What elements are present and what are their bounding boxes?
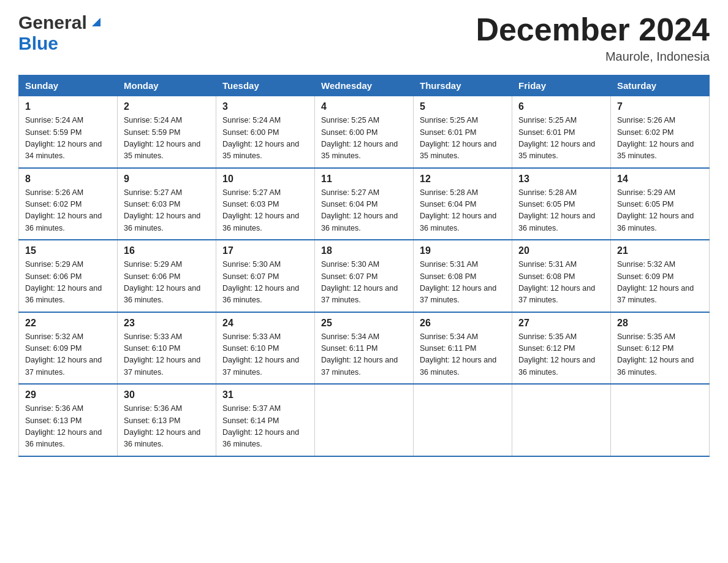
calendar-day-cell: 23Sunrise: 5:33 AMSunset: 6:10 PMDayligh… xyxy=(118,312,216,385)
day-info: Sunrise: 5:35 AMSunset: 6:12 PMDaylight:… xyxy=(617,331,703,379)
day-info: Sunrise: 5:30 AMSunset: 6:07 PMDaylight:… xyxy=(222,259,308,307)
month-title: December 2024 xyxy=(476,12,710,47)
svg-marker-0 xyxy=(92,18,100,26)
calendar-day-cell: 21Sunrise: 5:32 AMSunset: 6:09 PMDayligh… xyxy=(611,240,710,312)
day-number: 22 xyxy=(25,318,111,329)
calendar-day-cell: 16Sunrise: 5:29 AMSunset: 6:06 PMDayligh… xyxy=(118,240,216,312)
day-info: Sunrise: 5:25 AMSunset: 6:01 PMDaylight:… xyxy=(420,115,506,163)
calendar-week-row: 29Sunrise: 5:36 AMSunset: 6:13 PMDayligh… xyxy=(19,384,710,456)
calendar-day-cell xyxy=(414,384,512,456)
day-number: 26 xyxy=(420,318,506,329)
day-info: Sunrise: 5:27 AMSunset: 6:03 PMDaylight:… xyxy=(124,187,210,235)
logo-blue-text: Blue xyxy=(18,33,58,53)
calendar-day-cell: 2Sunrise: 5:24 AMSunset: 5:59 PMDaylight… xyxy=(118,96,216,168)
calendar-day-cell: 24Sunrise: 5:33 AMSunset: 6:10 PMDayligh… xyxy=(216,312,315,385)
calendar-day-cell: 30Sunrise: 5:36 AMSunset: 6:13 PMDayligh… xyxy=(118,384,216,456)
col-saturday: Saturday xyxy=(611,75,710,96)
calendar-table: Sunday Monday Tuesday Wednesday Thursday… xyxy=(18,75,710,457)
day-number: 23 xyxy=(124,318,210,329)
day-number: 4 xyxy=(321,101,407,112)
calendar-day-cell: 5Sunrise: 5:25 AMSunset: 6:01 PMDaylight… xyxy=(414,96,512,168)
day-number: 12 xyxy=(420,174,506,185)
calendar-day-cell: 1Sunrise: 5:24 AMSunset: 5:59 PMDaylight… xyxy=(19,96,118,168)
calendar-day-cell: 13Sunrise: 5:28 AMSunset: 6:05 PMDayligh… xyxy=(512,168,611,240)
day-number: 14 xyxy=(617,174,703,185)
day-info: Sunrise: 5:31 AMSunset: 6:08 PMDaylight:… xyxy=(420,259,506,307)
day-number: 25 xyxy=(321,318,407,329)
calendar-day-cell: 15Sunrise: 5:29 AMSunset: 6:06 PMDayligh… xyxy=(19,240,118,312)
calendar-day-cell: 18Sunrise: 5:30 AMSunset: 6:07 PMDayligh… xyxy=(315,240,414,312)
calendar-day-cell: 10Sunrise: 5:27 AMSunset: 6:03 PMDayligh… xyxy=(216,168,315,240)
calendar-day-cell: 28Sunrise: 5:35 AMSunset: 6:12 PMDayligh… xyxy=(611,312,710,385)
calendar-day-cell: 26Sunrise: 5:34 AMSunset: 6:11 PMDayligh… xyxy=(414,312,512,385)
col-tuesday: Tuesday xyxy=(216,75,315,96)
day-info: Sunrise: 5:27 AMSunset: 6:04 PMDaylight:… xyxy=(321,187,407,235)
col-thursday: Thursday xyxy=(414,75,512,96)
day-number: 3 xyxy=(222,101,308,112)
day-number: 6 xyxy=(518,101,604,112)
day-info: Sunrise: 5:32 AMSunset: 6:09 PMDaylight:… xyxy=(617,259,703,307)
calendar-header-row: Sunday Monday Tuesday Wednesday Thursday… xyxy=(19,75,710,96)
day-number: 5 xyxy=(420,101,506,112)
calendar-day-cell: 7Sunrise: 5:26 AMSunset: 6:02 PMDaylight… xyxy=(611,96,710,168)
logo-general-text: General xyxy=(18,12,87,33)
calendar-day-cell: 6Sunrise: 5:25 AMSunset: 6:01 PMDaylight… xyxy=(512,96,611,168)
page-header: General Blue December 2024 Maurole, Indo… xyxy=(18,12,710,64)
day-info: Sunrise: 5:29 AMSunset: 6:05 PMDaylight:… xyxy=(617,187,703,235)
calendar-day-cell: 12Sunrise: 5:28 AMSunset: 6:04 PMDayligh… xyxy=(414,168,512,240)
day-info: Sunrise: 5:28 AMSunset: 6:04 PMDaylight:… xyxy=(420,187,506,235)
day-info: Sunrise: 5:26 AMSunset: 6:02 PMDaylight:… xyxy=(25,187,111,235)
day-info: Sunrise: 5:29 AMSunset: 6:06 PMDaylight:… xyxy=(25,259,111,307)
location: Maurole, Indonesia xyxy=(476,50,710,64)
calendar-week-row: 8Sunrise: 5:26 AMSunset: 6:02 PMDaylight… xyxy=(19,168,710,240)
day-number: 2 xyxy=(124,101,210,112)
day-number: 7 xyxy=(617,101,703,112)
day-number: 11 xyxy=(321,174,407,185)
day-info: Sunrise: 5:34 AMSunset: 6:11 PMDaylight:… xyxy=(420,331,506,379)
day-number: 24 xyxy=(222,318,308,329)
logo: General Blue xyxy=(18,12,103,54)
calendar-day-cell: 31Sunrise: 5:37 AMSunset: 6:14 PMDayligh… xyxy=(216,384,315,456)
day-info: Sunrise: 5:24 AMSunset: 5:59 PMDaylight:… xyxy=(25,115,111,163)
day-number: 17 xyxy=(222,245,308,256)
calendar-day-cell: 11Sunrise: 5:27 AMSunset: 6:04 PMDayligh… xyxy=(315,168,414,240)
calendar-day-cell xyxy=(315,384,414,456)
day-info: Sunrise: 5:25 AMSunset: 6:00 PMDaylight:… xyxy=(321,115,407,163)
calendar-day-cell: 9Sunrise: 5:27 AMSunset: 6:03 PMDaylight… xyxy=(118,168,216,240)
col-wednesday: Wednesday xyxy=(315,75,414,96)
calendar-day-cell: 25Sunrise: 5:34 AMSunset: 6:11 PMDayligh… xyxy=(315,312,414,385)
calendar-day-cell: 29Sunrise: 5:36 AMSunset: 6:13 PMDayligh… xyxy=(19,384,118,456)
calendar-week-row: 1Sunrise: 5:24 AMSunset: 5:59 PMDaylight… xyxy=(19,96,710,168)
title-area: December 2024 Maurole, Indonesia xyxy=(476,12,710,64)
calendar-day-cell: 14Sunrise: 5:29 AMSunset: 6:05 PMDayligh… xyxy=(611,168,710,240)
day-number: 30 xyxy=(124,389,210,400)
day-info: Sunrise: 5:28 AMSunset: 6:05 PMDaylight:… xyxy=(518,187,604,235)
day-number: 15 xyxy=(25,245,111,256)
calendar-day-cell: 17Sunrise: 5:30 AMSunset: 6:07 PMDayligh… xyxy=(216,240,315,312)
col-monday: Monday xyxy=(118,75,216,96)
day-number: 21 xyxy=(617,245,703,256)
day-info: Sunrise: 5:31 AMSunset: 6:08 PMDaylight:… xyxy=(518,259,604,307)
calendar-day-cell: 20Sunrise: 5:31 AMSunset: 6:08 PMDayligh… xyxy=(512,240,611,312)
day-info: Sunrise: 5:36 AMSunset: 6:13 PMDaylight:… xyxy=(25,403,111,451)
day-number: 20 xyxy=(518,245,604,256)
day-number: 28 xyxy=(617,318,703,329)
day-info: Sunrise: 5:33 AMSunset: 6:10 PMDaylight:… xyxy=(124,331,210,379)
calendar-week-row: 22Sunrise: 5:32 AMSunset: 6:09 PMDayligh… xyxy=(19,312,710,385)
col-sunday: Sunday xyxy=(19,75,118,96)
col-friday: Friday xyxy=(512,75,611,96)
day-info: Sunrise: 5:26 AMSunset: 6:02 PMDaylight:… xyxy=(617,115,703,163)
day-info: Sunrise: 5:32 AMSunset: 6:09 PMDaylight:… xyxy=(25,331,111,379)
day-info: Sunrise: 5:36 AMSunset: 6:13 PMDaylight:… xyxy=(124,403,210,451)
calendar-day-cell: 4Sunrise: 5:25 AMSunset: 6:00 PMDaylight… xyxy=(315,96,414,168)
day-info: Sunrise: 5:25 AMSunset: 6:01 PMDaylight:… xyxy=(518,115,604,163)
calendar-day-cell: 8Sunrise: 5:26 AMSunset: 6:02 PMDaylight… xyxy=(19,168,118,240)
calendar-day-cell xyxy=(512,384,611,456)
day-info: Sunrise: 5:37 AMSunset: 6:14 PMDaylight:… xyxy=(222,403,308,451)
logo-triangle-icon xyxy=(89,15,103,31)
day-number: 27 xyxy=(518,318,604,329)
day-number: 9 xyxy=(124,174,210,185)
day-info: Sunrise: 5:34 AMSunset: 6:11 PMDaylight:… xyxy=(321,331,407,379)
calendar-day-cell xyxy=(611,384,710,456)
day-info: Sunrise: 5:24 AMSunset: 5:59 PMDaylight:… xyxy=(124,115,210,163)
